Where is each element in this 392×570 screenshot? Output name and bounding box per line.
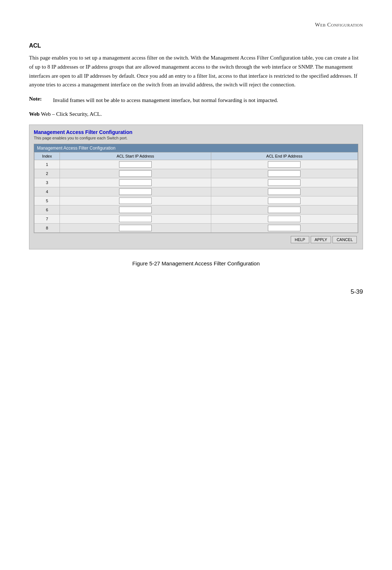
acl-start-ip-input-5[interactable] — [119, 198, 152, 204]
row-index: 7 — [34, 215, 60, 224]
panel-subtitle: This page enables you to configure each … — [34, 136, 358, 140]
row-start-ip-cell — [60, 160, 211, 169]
acl-end-ip-input-5[interactable] — [268, 198, 301, 204]
acl-end-ip-input-1[interactable] — [268, 161, 301, 168]
table-row: 3 — [34, 178, 358, 187]
acl-start-ip-input-7[interactable] — [119, 216, 152, 222]
table-row: 6 — [34, 205, 358, 215]
management-access-filter-panel: Management Access Filter Configuration T… — [29, 125, 363, 249]
acl-start-ip-input-1[interactable] — [119, 161, 152, 168]
acl-end-ip-input-6[interactable] — [268, 207, 301, 213]
panel-title: Management Access Filter Configuration — [34, 129, 358, 135]
row-end-ip-cell — [211, 196, 358, 205]
acl-end-ip-input-3[interactable] — [268, 179, 301, 186]
body-paragraph: This page enables you to set up a manage… — [29, 53, 363, 89]
col-header-end-ip: ACL End IP Address — [211, 152, 358, 160]
acl-end-ip-input-7[interactable] — [268, 216, 301, 222]
table-row: 7 — [34, 215, 358, 224]
acl-start-ip-input-4[interactable] — [119, 188, 152, 195]
row-index: 6 — [34, 205, 60, 215]
row-end-ip-cell — [211, 205, 358, 215]
table-row: 1 — [34, 160, 358, 169]
row-index: 2 — [34, 169, 60, 178]
apply-button[interactable]: APPLY — [311, 236, 331, 243]
config-table-wrapper: Management Access Filter Configuration I… — [34, 144, 358, 233]
button-row: HELP APPLY CANCEL — [34, 233, 358, 245]
help-button[interactable]: HELP — [291, 236, 309, 243]
col-header-start-ip: ACL Start IP Address — [60, 152, 211, 160]
cancel-button[interactable]: CANCEL — [332, 236, 357, 243]
col-header-index: Index — [34, 152, 60, 160]
row-index: 5 — [34, 196, 60, 205]
row-end-ip-cell — [211, 178, 358, 187]
row-start-ip-cell — [60, 169, 211, 178]
row-start-ip-cell — [60, 224, 211, 233]
acl-end-ip-input-4[interactable] — [268, 188, 301, 195]
acl-start-ip-input-3[interactable] — [119, 179, 152, 186]
row-start-ip-cell — [60, 187, 211, 196]
note-label: Note: — [29, 96, 47, 105]
table-row: 5 — [34, 196, 358, 205]
web-instruction: Web Web – Click Security, ACL. — [29, 111, 363, 117]
acl-start-ip-input-6[interactable] — [119, 207, 152, 213]
row-start-ip-cell — [60, 178, 211, 187]
row-end-ip-cell — [211, 187, 358, 196]
row-index: 1 — [34, 160, 60, 169]
row-index: 3 — [34, 178, 60, 187]
row-start-ip-cell — [60, 196, 211, 205]
acl-config-table: Index ACL Start IP Address ACL End IP Ad… — [34, 152, 358, 233]
row-start-ip-cell — [60, 205, 211, 215]
table-row: 2 — [34, 169, 358, 178]
row-end-ip-cell — [211, 169, 358, 178]
row-end-ip-cell — [211, 215, 358, 224]
note-text: Invalid frames will not be able to acces… — [53, 96, 278, 105]
row-end-ip-cell — [211, 224, 358, 233]
row-end-ip-cell — [211, 160, 358, 169]
row-index: 4 — [34, 187, 60, 196]
acl-start-ip-input-2[interactable] — [119, 170, 152, 177]
acl-end-ip-input-2[interactable] — [268, 170, 301, 177]
row-index: 8 — [34, 224, 60, 233]
note-block: Note: Invalid frames will not be able to… — [29, 96, 363, 105]
page-number: 5-39 — [351, 288, 363, 296]
table-row: 8 — [34, 224, 358, 233]
table-row: 4 — [34, 187, 358, 196]
row-start-ip-cell — [60, 215, 211, 224]
section-heading: ACL — [29, 42, 363, 49]
acl-start-ip-input-8[interactable] — [119, 225, 152, 231]
table-section-header: Management Access Filter Configuration — [34, 144, 358, 152]
figure-caption: Figure 5-27 Management Access Filter Con… — [29, 260, 363, 266]
page-header-title: Web Configuration — [29, 22, 363, 28]
acl-end-ip-input-8[interactable] — [268, 225, 301, 231]
